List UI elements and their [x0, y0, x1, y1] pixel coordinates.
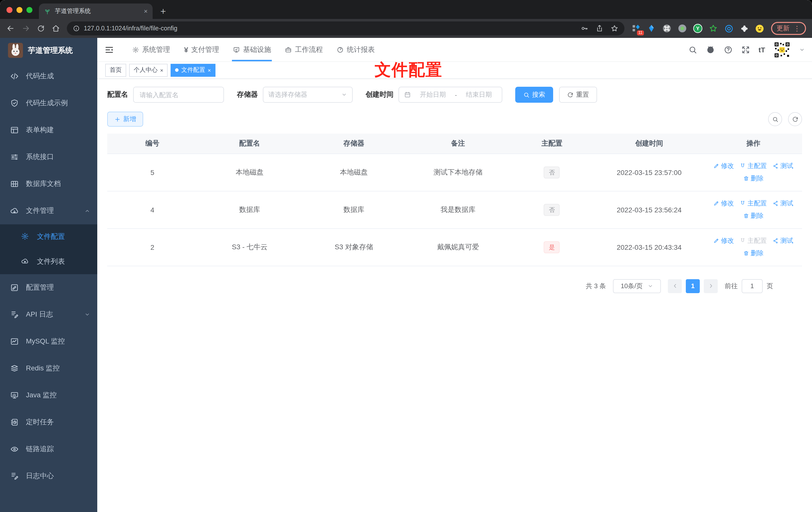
- date-range-picker[interactable]: 开始日期 - 结束日期: [399, 87, 502, 103]
- next-page-button[interactable]: [704, 279, 718, 293]
- avatar-caret-icon[interactable]: [799, 47, 805, 53]
- refresh-icon: [567, 91, 574, 98]
- extension-emoji-icon[interactable]: [755, 24, 764, 33]
- address-bar[interactable]: 127.0.0.1:1024/infra/file/file-config: [67, 22, 625, 35]
- extensions-puzzle-icon[interactable]: [739, 24, 749, 33]
- top-menu-payment[interactable]: ¥ 支付管理: [177, 38, 226, 61]
- filter-storage: 存储器 请选择存储器: [237, 87, 353, 103]
- tag-close-icon[interactable]: ×: [160, 67, 163, 73]
- search-icon[interactable]: [688, 45, 697, 54]
- table-refresh-button[interactable]: [788, 112, 802, 126]
- master-link[interactable]: 主配置: [740, 199, 767, 208]
- zoom-window-button[interactable]: [26, 7, 32, 13]
- sidebar-item-file-config[interactable]: 文件配置: [0, 224, 97, 249]
- storage-select[interactable]: 请选择存储器: [263, 87, 353, 103]
- extension-y-icon[interactable]: Y: [693, 24, 703, 33]
- master-link[interactable]: 主配置: [740, 161, 767, 171]
- test-link[interactable]: 测试: [773, 161, 793, 171]
- tag-home[interactable]: 首页: [105, 64, 126, 77]
- help-icon[interactable]: [724, 45, 733, 54]
- edit-link[interactable]: 修改: [714, 161, 734, 171]
- minimize-window-button[interactable]: [17, 7, 23, 13]
- delete-link[interactable]: 删除: [743, 211, 764, 220]
- avatar[interactable]: [774, 41, 790, 58]
- share-icon[interactable]: [596, 24, 604, 32]
- sidebar-item-form-builder[interactable]: 表单构建: [0, 117, 97, 144]
- test-link[interactable]: 测试: [773, 199, 793, 208]
- sidebar-item-system-api[interactable]: 系统接口: [0, 144, 97, 171]
- code-icon: [10, 72, 19, 81]
- close-window-button[interactable]: [6, 7, 12, 13]
- top-menu-system[interactable]: 系统管理: [125, 38, 177, 61]
- github-icon[interactable]: [706, 45, 715, 54]
- pencil-icon: [714, 238, 720, 244]
- page-size-select[interactable]: 10条/页: [613, 279, 661, 293]
- sidebar-item-code-demo[interactable]: 代码生成示例: [0, 90, 97, 117]
- config-name-input[interactable]: [133, 87, 224, 103]
- traffic-lights[interactable]: [6, 7, 32, 13]
- extension-eye-icon[interactable]: [724, 24, 734, 33]
- top-menu-label: 系统管理: [142, 45, 170, 54]
- filter-config-name: 配置名: [107, 87, 224, 103]
- back-button[interactable]: [6, 24, 15, 33]
- search-button[interactable]: 搜索: [515, 87, 553, 103]
- sidebar-item-java-monitor[interactable]: Java 监控: [0, 382, 97, 409]
- sidebar-item-redis-monitor[interactable]: Redis 监控: [0, 355, 97, 382]
- add-button[interactable]: 新增: [107, 112, 143, 127]
- sidebar-item-config-management[interactable]: 配置管理: [0, 274, 97, 301]
- tab-close-icon[interactable]: ×: [144, 7, 148, 15]
- extension-tabs-icon[interactable]: 11: [631, 24, 641, 33]
- tag-close-icon[interactable]: ×: [208, 67, 211, 73]
- top-menu-report[interactable]: 统计报表: [330, 38, 382, 61]
- edit-link[interactable]: 修改: [714, 236, 734, 245]
- end-date-placeholder[interactable]: 结束日期: [461, 90, 497, 99]
- sidebar-item-mysql-monitor[interactable]: MySQL 监控: [0, 328, 97, 355]
- sidebar-item-file-management[interactable]: 文件管理: [0, 198, 97, 224]
- start-date-placeholder[interactable]: 开始日期: [415, 90, 451, 99]
- reset-button[interactable]: 重置: [559, 87, 597, 103]
- sidebar-item-tracing[interactable]: 链路追踪: [0, 436, 97, 463]
- top-menu-label: 工作流程: [295, 45, 323, 54]
- cell-name: 本地磁盘: [198, 154, 302, 191]
- extension-star-icon[interactable]: [708, 24, 718, 33]
- sidebar-item-api-log[interactable]: API 日志: [0, 301, 97, 328]
- top-menu-label: 支付管理: [191, 45, 219, 54]
- fullscreen-icon[interactable]: [741, 45, 750, 54]
- top-menu-infrastructure[interactable]: 基础设施: [226, 38, 278, 61]
- top-menu-workflow[interactable]: 工作流程: [278, 38, 330, 61]
- extension-command-icon[interactable]: [662, 24, 672, 33]
- home-button[interactable]: [51, 24, 60, 33]
- bookmark-star-icon[interactable]: [610, 24, 618, 32]
- page-1-button[interactable]: 1: [686, 279, 700, 293]
- sidebar-collapse-icon[interactable]: [104, 44, 114, 55]
- chrome-update-button[interactable]: 更新 ⋮: [771, 22, 806, 35]
- delete-link[interactable]: 删除: [743, 249, 764, 258]
- test-link[interactable]: 测试: [773, 236, 793, 245]
- sidebar-item-code-gen[interactable]: 代码生成: [0, 63, 97, 90]
- app-logo[interactable]: 芋道管理系统: [0, 38, 97, 63]
- sidebar-item-scheduled-jobs[interactable]: 定时任务: [0, 409, 97, 436]
- delete-link[interactable]: 删除: [743, 174, 764, 183]
- prev-page-button[interactable]: [668, 279, 682, 293]
- extensions-area: 11 Y: [631, 24, 764, 33]
- browser-tab[interactable]: 芋道管理系统 ×: [39, 3, 153, 19]
- sidebar-item-file-list[interactable]: 文件列表: [0, 249, 97, 274]
- extension-kite-icon[interactable]: [646, 24, 657, 33]
- table-search-toggle-button[interactable]: [768, 112, 782, 126]
- font-size-icon[interactable]: tT: [759, 46, 765, 54]
- sidebar-item-log-center[interactable]: 日志中心: [0, 463, 97, 489]
- browser-menu-icon[interactable]: ⋮: [793, 24, 801, 32]
- tag-file-config[interactable]: 文件配置 ×: [171, 64, 215, 77]
- forward-button[interactable]: [22, 24, 30, 33]
- edit-link[interactable]: 修改: [714, 199, 734, 208]
- password-key-icon[interactable]: [581, 24, 588, 32]
- extension-green-dot-icon[interactable]: [677, 24, 687, 33]
- url-text[interactable]: 127.0.0.1:1024/infra/file/file-config: [84, 25, 577, 32]
- tag-profile[interactable]: 个人中心 ×: [129, 64, 168, 77]
- sidebar-item-db-doc[interactable]: 数据库文档: [0, 171, 97, 198]
- sidebar: 芋道管理系统 代码生成 代码生成示例 表单构建 系统接口 数据库文档: [0, 38, 97, 512]
- site-info-icon[interactable]: [73, 25, 80, 32]
- new-tab-button[interactable]: ＋: [155, 3, 171, 19]
- goto-page-input[interactable]: [742, 279, 763, 293]
- reload-button[interactable]: [37, 24, 45, 32]
